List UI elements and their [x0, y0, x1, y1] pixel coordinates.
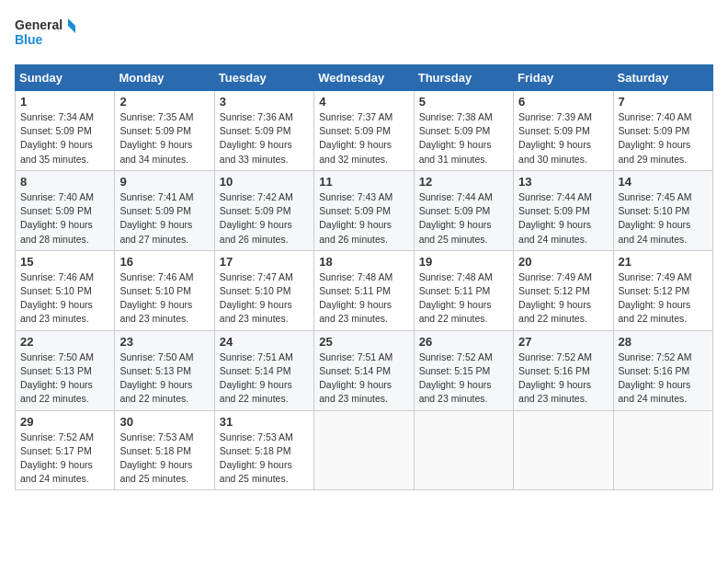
calendar-cell: 12Sunrise: 7:44 AMSunset: 5:09 PMDayligh…: [414, 170, 513, 250]
day-number: 29: [20, 415, 109, 429]
logo-svg: General Blue: [15, 15, 79, 53]
calendar-cell: 4Sunrise: 7:37 AMSunset: 5:09 PMDaylight…: [314, 91, 414, 171]
calendar-cell: 2Sunrise: 7:35 AMSunset: 5:09 PMDaylight…: [115, 91, 214, 171]
day-info: Sunrise: 7:51 AMSunset: 5:14 PMDaylight:…: [220, 350, 309, 407]
calendar-cell: [613, 410, 712, 490]
day-info: Sunrise: 7:34 AMSunset: 5:09 PMDaylight:…: [20, 110, 109, 167]
day-info: Sunrise: 7:46 AMSunset: 5:10 PMDaylight:…: [20, 270, 109, 327]
day-number: 9: [119, 175, 209, 189]
day-info: Sunrise: 7:43 AMSunset: 5:09 PMDaylight:…: [319, 190, 408, 247]
calendar-cell: 17Sunrise: 7:47 AMSunset: 5:10 PMDayligh…: [214, 250, 313, 330]
day-info: Sunrise: 7:38 AMSunset: 5:09 PMDaylight:…: [419, 110, 508, 167]
calendar-cell: 25Sunrise: 7:51 AMSunset: 5:14 PMDayligh…: [314, 330, 414, 410]
weekday-header-saturday: Saturday: [613, 65, 712, 91]
svg-text:General: General: [15, 17, 63, 32]
calendar-cell: [414, 410, 513, 490]
calendar-cell: 13Sunrise: 7:44 AMSunset: 5:09 PMDayligh…: [514, 170, 613, 250]
day-number: 20: [518, 255, 608, 269]
calendar-cell: 24Sunrise: 7:51 AMSunset: 5:14 PMDayligh…: [214, 330, 313, 410]
day-number: 2: [119, 95, 209, 109]
calendar-cell: 9Sunrise: 7:41 AMSunset: 5:09 PMDaylight…: [115, 170, 214, 250]
day-info: Sunrise: 7:53 AMSunset: 5:18 PMDaylight:…: [220, 431, 309, 487]
day-number: 27: [518, 335, 608, 349]
calendar-cell: 18Sunrise: 7:48 AMSunset: 5:11 PMDayligh…: [314, 250, 414, 330]
calendar-cell: 1Sunrise: 7:34 AMSunset: 5:09 PMDaylight…: [16, 91, 115, 171]
day-info: Sunrise: 7:37 AMSunset: 5:09 PMDaylight:…: [319, 110, 408, 167]
day-info: Sunrise: 7:49 AMSunset: 5:12 PMDaylight:…: [619, 270, 708, 327]
day-number: 5: [419, 95, 508, 109]
calendar-cell: 31Sunrise: 7:53 AMSunset: 5:18 PMDayligh…: [214, 410, 313, 490]
day-number: 18: [319, 255, 408, 269]
calendar-cell: 30Sunrise: 7:53 AMSunset: 5:18 PMDayligh…: [115, 410, 214, 490]
day-info: Sunrise: 7:44 AMSunset: 5:09 PMDaylight:…: [518, 190, 608, 247]
calendar-cell: 10Sunrise: 7:42 AMSunset: 5:09 PMDayligh…: [214, 170, 313, 250]
calendar-week-3: 15Sunrise: 7:46 AMSunset: 5:10 PMDayligh…: [16, 250, 713, 330]
svg-text:Blue: Blue: [15, 32, 43, 47]
day-number: 22: [20, 335, 109, 349]
day-number: 19: [419, 255, 508, 269]
day-number: 16: [119, 255, 209, 269]
calendar-cell: 20Sunrise: 7:49 AMSunset: 5:12 PMDayligh…: [514, 250, 613, 330]
calendar-cell: [514, 410, 613, 490]
day-number: 28: [619, 335, 708, 349]
calendar-cell: 27Sunrise: 7:52 AMSunset: 5:16 PMDayligh…: [514, 330, 613, 410]
calendar-cell: 26Sunrise: 7:52 AMSunset: 5:15 PMDayligh…: [414, 330, 513, 410]
calendar-cell: 5Sunrise: 7:38 AMSunset: 5:09 PMDaylight…: [414, 91, 513, 171]
day-number: 24: [220, 335, 309, 349]
day-info: Sunrise: 7:39 AMSunset: 5:09 PMDaylight:…: [518, 110, 608, 167]
day-info: Sunrise: 7:50 AMSunset: 5:13 PMDaylight:…: [20, 350, 109, 407]
day-info: Sunrise: 7:49 AMSunset: 5:12 PMDaylight:…: [518, 270, 608, 327]
calendar-week-1: 1Sunrise: 7:34 AMSunset: 5:09 PMDaylight…: [16, 91, 713, 171]
day-number: 14: [619, 175, 708, 189]
day-info: Sunrise: 7:52 AMSunset: 5:16 PMDaylight:…: [619, 350, 708, 407]
day-info: Sunrise: 7:44 AMSunset: 5:09 PMDaylight:…: [419, 190, 508, 247]
calendar-cell: 23Sunrise: 7:50 AMSunset: 5:13 PMDayligh…: [115, 330, 214, 410]
day-number: 10: [220, 175, 309, 189]
day-info: Sunrise: 7:41 AMSunset: 5:09 PMDaylight:…: [119, 190, 209, 247]
day-info: Sunrise: 7:48 AMSunset: 5:11 PMDaylight:…: [319, 270, 408, 327]
day-info: Sunrise: 7:51 AMSunset: 5:14 PMDaylight:…: [319, 350, 408, 407]
day-info: Sunrise: 7:46 AMSunset: 5:10 PMDaylight:…: [119, 270, 209, 327]
day-info: Sunrise: 7:50 AMSunset: 5:13 PMDaylight:…: [119, 350, 209, 407]
day-number: 23: [119, 335, 209, 349]
weekday-header-row: SundayMondayTuesdayWednesdayThursdayFrid…: [16, 65, 713, 91]
day-number: 4: [319, 95, 408, 109]
day-number: 11: [319, 175, 408, 189]
weekday-header-monday: Monday: [115, 65, 214, 91]
day-info: Sunrise: 7:40 AMSunset: 5:09 PMDaylight:…: [20, 190, 109, 247]
calendar-cell: 16Sunrise: 7:46 AMSunset: 5:10 PMDayligh…: [115, 250, 214, 330]
calendar-cell: [314, 410, 414, 490]
day-number: 13: [518, 175, 608, 189]
day-info: Sunrise: 7:47 AMSunset: 5:10 PMDaylight:…: [220, 270, 309, 327]
day-number: 1: [20, 95, 109, 109]
day-number: 8: [20, 175, 109, 189]
day-info: Sunrise: 7:48 AMSunset: 5:11 PMDaylight:…: [419, 270, 508, 327]
day-info: Sunrise: 7:36 AMSunset: 5:09 PMDaylight:…: [220, 110, 309, 167]
calendar-cell: 14Sunrise: 7:45 AMSunset: 5:10 PMDayligh…: [613, 170, 712, 250]
day-number: 17: [220, 255, 309, 269]
svg-marker-2: [68, 18, 75, 26]
logo: General Blue: [15, 15, 79, 53]
weekday-header-tuesday: Tuesday: [214, 65, 313, 91]
day-number: 25: [319, 335, 408, 349]
calendar-cell: 11Sunrise: 7:43 AMSunset: 5:09 PMDayligh…: [314, 170, 414, 250]
weekday-header-wednesday: Wednesday: [314, 65, 414, 91]
day-number: 3: [220, 95, 309, 109]
day-number: 15: [20, 255, 109, 269]
calendar-table: SundayMondayTuesdayWednesdayThursdayFrid…: [15, 64, 713, 490]
day-info: Sunrise: 7:35 AMSunset: 5:09 PMDaylight:…: [119, 110, 209, 167]
calendar-cell: 3Sunrise: 7:36 AMSunset: 5:09 PMDaylight…: [214, 91, 313, 171]
day-info: Sunrise: 7:40 AMSunset: 5:09 PMDaylight:…: [619, 110, 708, 167]
day-number: 12: [419, 175, 508, 189]
day-info: Sunrise: 7:52 AMSunset: 5:15 PMDaylight:…: [419, 350, 508, 407]
day-info: Sunrise: 7:45 AMSunset: 5:10 PMDaylight:…: [619, 190, 708, 247]
svg-marker-3: [68, 26, 75, 33]
calendar-cell: 29Sunrise: 7:52 AMSunset: 5:17 PMDayligh…: [16, 410, 115, 490]
day-number: 21: [619, 255, 708, 269]
day-number: 7: [619, 95, 708, 109]
day-info: Sunrise: 7:52 AMSunset: 5:16 PMDaylight:…: [518, 350, 608, 407]
calendar-cell: 15Sunrise: 7:46 AMSunset: 5:10 PMDayligh…: [16, 250, 115, 330]
day-info: Sunrise: 7:53 AMSunset: 5:18 PMDaylight:…: [119, 431, 209, 487]
day-number: 30: [119, 415, 209, 429]
page-header: General Blue: [15, 15, 713, 53]
